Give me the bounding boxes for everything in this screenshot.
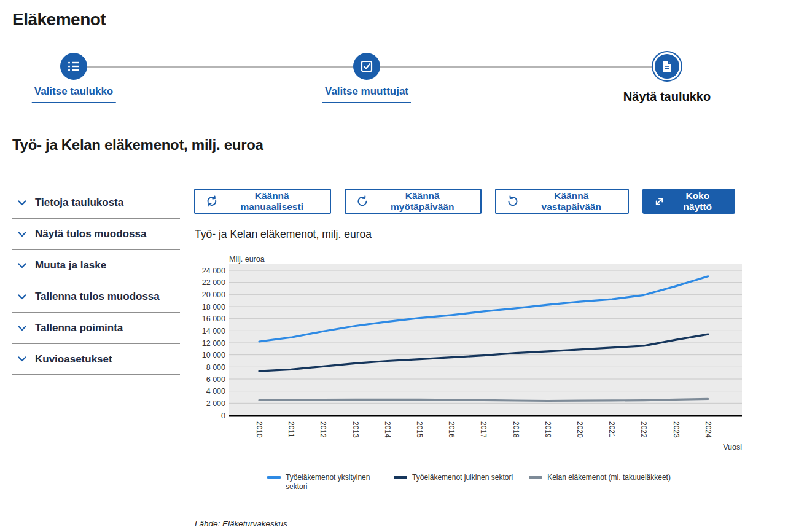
legend-label: Työeläkemenot julkinen sektori <box>412 473 513 482</box>
legend-item-kelan-elakemenot[interactable]: Kelan eläkemenot (ml. takuueläkkeet) <box>529 473 671 482</box>
y-axis-tick-label: 4 000 <box>206 387 225 396</box>
fullscreen-button[interactable]: Koko näyttö <box>642 189 735 214</box>
source-note: Lähde: Eläketurvakeskus <box>195 519 287 528</box>
x-axis-tick-label: 2021 <box>607 421 616 438</box>
step-valitse-taulukko[interactable]: Valitse taulukko <box>60 53 87 80</box>
x-axis-tick-label: 2019 <box>544 421 552 438</box>
y-axis-tick-label: 6 000 <box>206 375 225 384</box>
x-axis-tick-label: 2022 <box>639 421 648 438</box>
x-axis-tick-label: 2018 <box>512 421 520 438</box>
y-axis-tick-label: 16 000 <box>202 315 225 323</box>
y-axis-tick-label: 14 000 <box>202 327 225 335</box>
sidebar-item-tallenna-poiminta[interactable]: Tallenna poiminta <box>12 312 180 343</box>
sidebar-item-label: Tallenna poiminta <box>35 322 123 334</box>
rotate-manual-icon <box>206 195 218 208</box>
x-axis-tick-label: 2020 <box>575 421 584 438</box>
y-axis-tick-label: 24 000 <box>202 267 225 275</box>
rotate-counterclockwise-icon <box>507 195 519 208</box>
x-axis-tick-label: 2017 <box>479 421 488 438</box>
y-axis-tick-label: 18 000 <box>202 303 225 311</box>
legend-swatch-line <box>394 476 407 479</box>
sidebar-item-tietoja-taulukosta[interactable]: Tietoja taulukosta <box>12 187 180 218</box>
step-label: Näytä taulukko <box>623 90 711 104</box>
y-axis-title: Milj. euroa <box>229 255 265 264</box>
x-axis-title: Vuosi <box>723 443 742 452</box>
legend-item-yksityinen-sektori[interactable]: Työeläkemenot yksityinen sektori <box>267 473 378 491</box>
chart-title: Työ- ja Kelan eläkemenot, milj. euroa <box>195 228 372 241</box>
sidebar-item-kuvioasetukset[interactable]: Kuvioasetukset <box>12 343 180 375</box>
checkbox-icon <box>360 60 373 73</box>
sidebar-item-tallenna-tulos-muodossa[interactable]: Tallenna tulos muodossa <box>12 281 180 312</box>
x-axis-tick-label: 2010 <box>255 421 263 438</box>
sidebar-item-nayta-tulos-muodossa[interactable]: Näytä tulos muodossa <box>12 218 180 249</box>
y-axis-tick-label: 0 <box>221 412 225 420</box>
chevron-down-icon <box>18 294 26 300</box>
document-icon <box>661 60 673 72</box>
rotate-counterclockwise-label: Käännä vastapäivään <box>526 190 617 213</box>
sidebar: Tietoja taulukosta Näytä tulos muodossa … <box>12 187 180 375</box>
x-axis-tick-label: 2014 <box>383 421 392 438</box>
rotate-manual-button[interactable]: Käännä manuaalisesti <box>194 189 331 214</box>
sidebar-item-muuta-ja-laske[interactable]: Muuta ja laske <box>12 249 180 281</box>
fullscreen-label: Koko näyttö <box>672 190 724 213</box>
legend-swatch-line <box>529 476 542 479</box>
rotate-clockwise-label: Käännä myötäpäivään <box>375 190 470 213</box>
step-circle-1[interactable] <box>60 53 87 80</box>
x-axis-tick-label: 2015 <box>415 421 424 438</box>
rotate-clockwise-button[interactable]: Käännä myötäpäivään <box>345 189 482 214</box>
step-circle-3 <box>655 54 679 79</box>
fullscreen-icon <box>654 196 665 207</box>
chevron-down-icon <box>18 263 26 268</box>
line-chart: 02 0004 0006 0008 00010 00012 00014 0001… <box>194 254 744 463</box>
y-axis-tick-label: 10 000 <box>202 351 225 359</box>
x-axis-tick-label: 2016 <box>447 421 456 438</box>
legend-item-julkinen-sektori[interactable]: Työeläkemenot julkinen sektori <box>394 473 513 482</box>
rotate-counterclockwise-button[interactable]: Käännä vastapäivään <box>495 189 629 214</box>
sidebar-item-label: Muuta ja laske <box>35 259 106 272</box>
y-axis-tick-label: 22 000 <box>202 278 225 287</box>
sidebar-item-label: Näytä tulos muodossa <box>35 228 146 240</box>
sidebar-item-label: Kuvioasetukset <box>35 353 112 366</box>
legend-label: Kelan eläkemenot (ml. takuueläkkeet) <box>547 473 671 482</box>
x-axis-tick-label: 2011 <box>287 421 295 437</box>
y-axis-tick-label: 8 000 <box>206 363 225 372</box>
sidebar-item-label: Tietoja taulukosta <box>35 197 123 209</box>
chevron-down-icon <box>18 200 26 206</box>
y-axis-tick-label: 2 000 <box>206 399 225 408</box>
chevron-down-icon <box>18 356 26 362</box>
chart-plot-area <box>229 264 742 415</box>
legend-label: Työeläkemenot yksityinen sektori <box>286 473 378 491</box>
step-valitse-muuttujat[interactable]: Valitse muuttujat <box>353 53 380 80</box>
stepper: Valitse taulukko Valitse muuttujat N <box>0 0 788 114</box>
pxweb-page: Eläkemenot Valitse taulukko Valitse muut… <box>0 0 788 532</box>
rotate-manual-label: Käännä manuaalisesti <box>225 190 319 213</box>
x-axis-tick-label: 2012 <box>319 421 327 438</box>
step-circle-2[interactable] <box>353 53 380 80</box>
step-label[interactable]: Valitse taulukko <box>32 85 116 103</box>
chart-toolbar: Käännä manuaalisesti Käännä myötäpäivään… <box>194 189 735 214</box>
legend-swatch-line <box>267 476 281 479</box>
chevron-down-icon <box>18 326 26 331</box>
step-nayta-taulukko: Näytä taulukko <box>653 53 681 80</box>
list-icon <box>67 60 80 73</box>
chevron-down-icon <box>18 232 26 237</box>
x-axis-tick-label: 2013 <box>351 421 360 438</box>
chart-legend: Työeläkemenot yksityinen sektori Työeläk… <box>194 473 744 491</box>
sidebar-item-label: Tallenna tulos muodossa <box>35 291 160 303</box>
step-label[interactable]: Valitse muuttujat <box>322 85 411 103</box>
x-axis-tick-label: 2024 <box>704 421 712 438</box>
table-heading: Työ- ja Kelan eläkemenot, milj. euroa <box>12 136 263 154</box>
x-axis-tick-label: 2023 <box>672 421 681 438</box>
y-axis-tick-label: 20 000 <box>202 291 225 299</box>
rotate-clockwise-icon <box>356 195 369 208</box>
y-axis-tick-label: 12 000 <box>202 339 225 348</box>
